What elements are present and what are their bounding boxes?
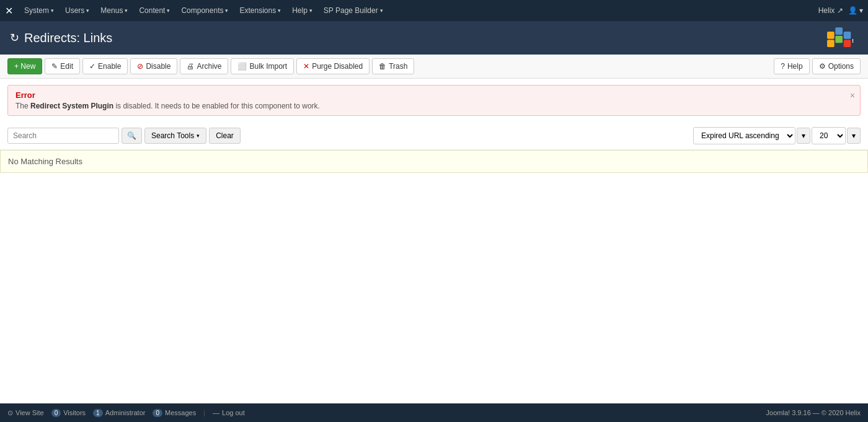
footer-visitors: 0 Visitors [51, 409, 86, 417]
footer-messages: 0 Messages [153, 409, 196, 417]
edit-icon: ✎ [51, 62, 58, 71]
gear-icon: ⚙ [819, 62, 826, 71]
disable-button[interactable]: ⊘ Disable [130, 58, 177, 74]
svg-rect-0 [827, 32, 835, 39]
sort-icon: ▾ [802, 131, 805, 140]
archive-icon: 🖨 [187, 62, 194, 71]
alert-suffix: is disabled. It needs to be enabled for … [113, 102, 320, 110]
footer-version: Joomla! 3.9.16 — © 2020 Helix [766, 409, 861, 416]
nav-content[interactable]: Content ▾ [134, 4, 175, 17]
nav-menu: System ▾ Users ▾ Menus ▾ Content ▾ Compo… [19, 4, 816, 17]
admin-badge: 1 [93, 409, 103, 417]
footer-administrator: 1 Administrator [93, 409, 145, 417]
nav-components[interactable]: Components ▾ [176, 4, 233, 17]
clear-button[interactable]: Clear [209, 128, 241, 144]
search-tools-caret: ▾ [197, 133, 200, 139]
alert-close-button[interactable]: × [850, 90, 855, 100]
new-button[interactable]: + New [7, 58, 42, 74]
toolbar-right: ? Help ⚙ Options [774, 58, 861, 74]
svg-rect-5 [844, 40, 851, 47]
messages-badge: 0 [153, 409, 162, 417]
no-results-message: No Matching Results [0, 150, 868, 173]
title-bar: ↻ Redirects: Links ! [0, 21, 868, 55]
search-tools-label: Search Tools [151, 131, 194, 140]
footer-logout[interactable]: — Log out [213, 409, 245, 416]
trash-button[interactable]: 🗑 Trash [372, 58, 414, 74]
svg-text:!: ! [852, 38, 854, 44]
alert-prefix: The [16, 102, 30, 110]
enable-icon: ✓ [89, 62, 95, 71]
per-page-direction-button[interactable]: ▾ [847, 128, 861, 144]
svg-rect-3 [835, 36, 843, 43]
nav-menus[interactable]: Menus ▾ [95, 4, 133, 17]
page-title-area: ↻ Redirects: Links [10, 31, 112, 45]
user-icon[interactable]: 👤 ▾ [848, 6, 863, 15]
nav-users[interactable]: Users ▾ [60, 4, 94, 17]
bulk-import-button[interactable]: ⬜ Bulk Import [231, 58, 294, 74]
footer: ⊙ View Site 0 Visitors 1 Administrator 0… [0, 403, 868, 422]
per-page-select[interactable]: 20 [812, 127, 846, 144]
content-area: × Error The Redirect System Plugin is di… [0, 79, 868, 403]
joomla-logo: ! [827, 27, 858, 49]
search-right: Expired URL ascending ▾ 20 ▾ [693, 127, 861, 144]
options-button[interactable]: ⚙ Options [812, 58, 861, 74]
nav-right: Helix ↗ 👤 ▾ [818, 6, 863, 15]
footer-left: ⊙ View Site 0 Visitors 1 Administrator 0… [7, 409, 245, 417]
help-button[interactable]: ? Help [774, 58, 809, 74]
joomla-brand-icon: ✕ [5, 5, 13, 17]
enable-button[interactable]: ✓ Enable [82, 58, 128, 74]
search-tools-button[interactable]: Search Tools ▾ [144, 128, 206, 144]
svg-rect-4 [827, 40, 835, 47]
nav-help[interactable]: Help ▾ [287, 4, 317, 17]
nav-sp-page-builder[interactable]: SP Page Builder ▾ [319, 4, 388, 17]
alert-plugin-name: Redirect System Plugin [30, 102, 113, 110]
help-icon: ? [781, 62, 785, 71]
nav-system[interactable]: System ▾ [19, 4, 59, 17]
trash-icon: 🗑 [379, 62, 386, 71]
alert-title: Error [16, 90, 852, 100]
svg-rect-2 [844, 32, 851, 39]
nav-extensions[interactable]: Extensions ▾ [234, 4, 286, 17]
visitors-badge: 0 [51, 409, 61, 417]
refresh-icon[interactable]: ↻ [10, 31, 19, 45]
search-bar: 🔍 Search Tools ▾ Clear Expired URL ascen… [0, 122, 868, 150]
svg-rect-1 [835, 27, 843, 35]
alert-body: The Redirect System Plugin is disabled. … [16, 102, 852, 110]
edit-button[interactable]: ✎ Edit [45, 58, 80, 74]
per-page-icon: ▾ [852, 131, 856, 140]
sort-select[interactable]: Expired URL ascending [693, 127, 795, 144]
page-title: Redirects: Links [24, 31, 112, 45]
purge-icon: ✕ [303, 62, 309, 71]
search-icon: 🔍 [127, 131, 136, 140]
bulk-import-icon: ⬜ [237, 62, 247, 71]
sort-direction-button[interactable]: ▾ [797, 128, 810, 144]
view-site-icon: ⊙ [7, 409, 13, 417]
search-input[interactable] [7, 128, 119, 144]
purge-disabled-button[interactable]: ✕ Purge Disabled [296, 58, 370, 74]
archive-button[interactable]: 🖨 Archive [180, 58, 228, 74]
toolbar: + New ✎ Edit ✓ Enable ⊘ Disable 🖨 Archiv… [0, 55, 868, 79]
footer-divider: | [203, 409, 205, 416]
disable-icon: ⊘ [137, 62, 143, 71]
top-navbar: ✕ System ▾ Users ▾ Menus ▾ Content ▾ Com… [0, 0, 868, 21]
user-label[interactable]: Helix ↗ [818, 6, 843, 15]
footer-view-site[interactable]: ⊙ View Site [7, 409, 44, 417]
search-submit-button[interactable]: 🔍 [122, 128, 142, 144]
error-alert: × Error The Redirect System Plugin is di… [7, 85, 861, 116]
logout-icon: — [213, 409, 219, 416]
